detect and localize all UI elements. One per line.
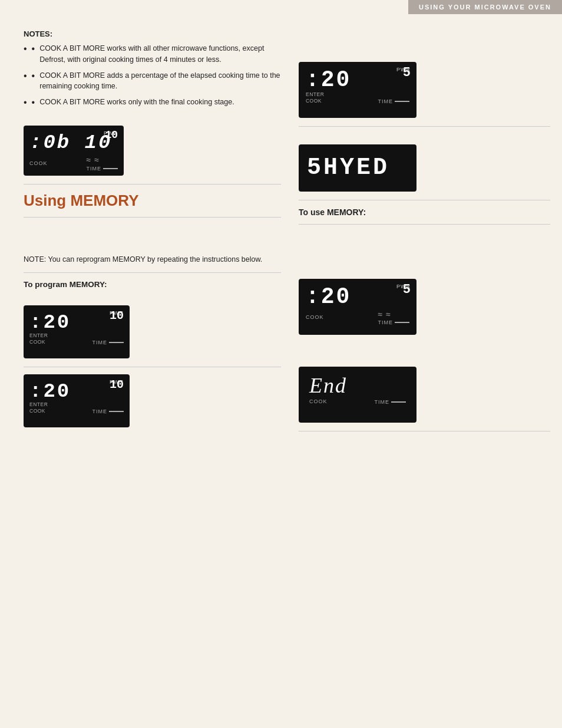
divider-right-1 [299,126,550,127]
right-column: PWR 5 :20 ENTERCOOK TIME 5HYED To use ME… [293,29,550,439]
to-program-title: To program MEMORY: [24,280,281,289]
display-use-1: PWR 5 :20 COOK ≈≈ TIME [299,279,416,335]
notes-list: • COOK A BIT MORE works with all other m… [24,43,281,108]
page-header: USING YOUR MICROWAVE OVEN [408,0,562,14]
display-prog1-time: :20 [29,311,71,334]
left-column: NOTES: • COOK A BIT MORE works with all … [24,29,293,439]
pwr-value-top-right: 5 [403,65,411,80]
display-top-right: PWR 5 :20 ENTERCOOK TIME [299,62,416,118]
note-item-1: • COOK A BIT MORE works with all other m… [24,43,281,65]
note-text-3: COOK A BIT MORE works only with the fina… [39,97,234,108]
approx-symbols-use1: ≈≈ [378,309,409,319]
pwr-value-use1: 5 [403,282,411,297]
divider-3 [24,272,281,273]
display-prog1-enter-cook: ENTERCOOK [29,332,48,345]
pwr-value-prog1: 10 [110,309,124,322]
approx-symbols: ≈≈ [87,155,118,164]
display-ob-time: :0b 10 [29,131,112,154]
display-ob-time-label: TIME [87,166,118,172]
display-use1-time: :20 [306,284,351,309]
saved-text: 5HYED [307,156,389,180]
display-prog2-time-label: TIME [92,409,124,414]
display-top-right-enter-cook: ENTERCOOK [306,91,324,104]
display-use1-cook-label: COOK [306,314,324,321]
note-item-2: • COOK A BIT MORE adds a percentage of t… [24,70,281,93]
to-use-title: To use MEMORY: [299,207,550,217]
pwr-value-prog2: 10 [110,378,124,391]
notes-title: NOTES: [24,29,281,38]
display-use1-time-label: TIME [378,319,409,325]
display-end-time-label: TIME [374,399,406,405]
display-top-right-time-label: TIME [378,98,409,104]
display-prog1-time-label: TIME [92,340,124,345]
pwr-value-ob: 10 [105,129,118,141]
display-program-2: PWR 10 :20 ENTERCOOK TIME [24,374,130,427]
display-saved: 5HYED [299,144,416,192]
display-end: End COOK TIME [299,367,416,423]
section-using-memory: Using MEMORY [24,192,281,210]
divider-2 [24,217,281,218]
display-prog2-enter-cook: ENTERCOOK [29,401,48,414]
note-reprogram: NOTE: You can reprogram MEMORY by repeat… [24,254,281,265]
divider-1 [24,184,281,185]
display-prog2-time: :20 [29,380,71,403]
display-ob-cook-label: COOK [29,160,48,167]
display-end-cook-label: COOK [309,398,328,405]
note-text-2: COOK A BIT MORE adds a percentage of the… [39,70,281,93]
end-text: End [309,374,347,397]
display-top-right-time: :20 [306,67,351,93]
divider-right-3 [299,224,550,225]
display-program-1: PWR 10 :20 ENTERCOOK TIME [24,305,130,358]
divider-right-2 [299,200,550,200]
note-text-1: COOK A BIT MORE works with all other mic… [39,43,281,65]
divider-right-4 [299,431,550,431]
divider-4 [24,367,281,367]
display-ob: PWR 10 :0b 10 COOK ≈≈ TIME [24,126,124,176]
note-item-3: • COOK A BIT MORE works only with the fi… [24,97,281,108]
